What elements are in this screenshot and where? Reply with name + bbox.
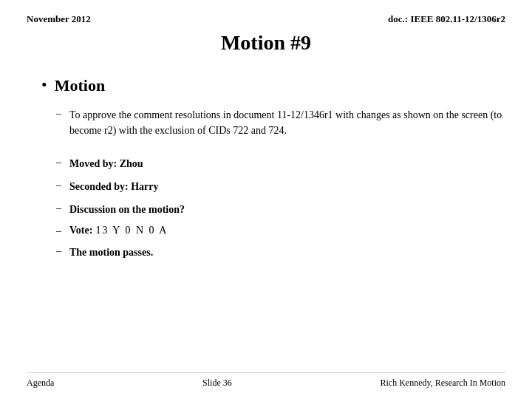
footer-agenda: Agenda <box>27 378 54 389</box>
dash-icon: – <box>56 157 64 168</box>
list-item: – The motion passes. <box>56 245 505 260</box>
vote-value: 13 Y 0 N 0 A <box>95 225 168 236</box>
footer-author: Rich Kennedy, Research In Motion <box>380 378 505 389</box>
moved-value: Zhou <box>120 158 143 169</box>
slide: November 2012 doc.: IEEE 802.11-12/1306r… <box>0 0 532 399</box>
list-item: – Moved by: Zhou <box>56 156 505 171</box>
footer-slide-number: Slide 36 <box>202 378 232 389</box>
dash-icon: – <box>56 245 64 257</box>
slide-title: Motion #9 <box>27 31 505 55</box>
vote-label: Vote: <box>69 225 92 236</box>
dash-icon: – <box>56 180 64 191</box>
dash-icon: – <box>56 108 64 120</box>
slide-footer: Agenda Slide 36 Rich Kennedy, Research I… <box>27 372 505 389</box>
slide-header: November 2012 doc.: IEEE 802.11-12/1306r… <box>27 13 505 25</box>
list-item: – Discussion on the motion? <box>56 202 505 217</box>
bullet-icon: • <box>41 75 47 95</box>
vote-line: Vote: 13 Y 0 N 0 A <box>69 225 168 236</box>
bullet-label: Motion <box>55 75 105 97</box>
sub-items-list: – To approve the comment resolutions in … <box>41 107 505 260</box>
header-date: November 2012 <box>27 13 91 25</box>
seconded-text: Seconded by: Harry <box>69 179 159 194</box>
list-item: – Vote: 13 Y 0 N 0 A <box>56 225 505 237</box>
dash-icon: – <box>56 202 64 214</box>
main-bullet: • Motion <box>41 75 505 97</box>
header-doc: doc.: IEEE 802.11-12/1306r2 <box>388 13 505 25</box>
list-item: – To approve the comment resolutions in … <box>56 107 505 138</box>
moved-text: Moved by: Zhou <box>69 156 143 171</box>
content-area: • Motion – To approve the comment resolu… <box>27 75 505 260</box>
list-item: – Seconded by: Harry <box>56 179 505 194</box>
dash-icon: – <box>56 225 64 237</box>
discussion-text: Discussion on the motion? <box>69 202 185 217</box>
seconded-label: Seconded by: <box>69 181 131 192</box>
description-text: To approve the comment resolutions in do… <box>69 107 505 138</box>
seconded-value: Harry <box>131 181 158 192</box>
passes-text: The motion passes. <box>69 245 153 260</box>
moved-label: Moved by: <box>69 158 120 169</box>
